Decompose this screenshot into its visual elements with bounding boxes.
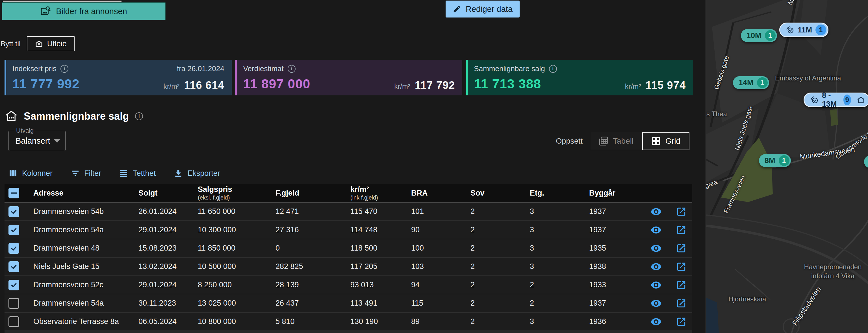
open-in-new-button[interactable] [676,280,687,290]
images-from-ad-label: Bilder fra annonsen [56,7,127,16]
row-checkbox[interactable] [8,206,19,217]
row-checkbox[interactable] [8,280,19,290]
filter-button[interactable]: Filter [71,169,101,178]
cell-fgjeld: 12 471 [275,207,350,216]
comparable-sales-unit: kr/m² [625,82,641,91]
table-header-row: Adresse Solgt Salgspris (eksl. f.gjeld) … [4,184,692,203]
view-eye-button[interactable] [650,279,662,291]
view-eye-button[interactable] [650,316,662,327]
columns-button[interactable]: Kolonner [8,169,53,178]
images-from-ad-button[interactable]: Bilder fra annonsen [2,2,165,20]
cell-krm2: 115 470 [350,207,410,216]
card-indexed-price: Indeksert pris i fra 26.01.2024 11 777 9… [4,60,232,95]
open-in-new-button[interactable] [676,225,687,235]
cell-adresse: Drammensveien 54b [33,207,138,216]
table-row[interactable]: Observatorie Terrasse 8a 06.05.2024 10 8… [4,313,692,331]
open-in-new-button[interactable] [676,317,687,327]
content-panel: Bilder fra annonsen Rediger data Bytt ti… [0,0,706,333]
cell-etg: 3 [529,226,589,234]
map-canvas [706,0,868,333]
cell-krm2: 93 013 [350,280,410,289]
cell-salgspris: 10 300 000 [197,226,275,234]
layout-grid-button[interactable]: Grid [642,132,689,150]
cell-krm2: 117 205 [350,262,410,271]
header-fgjeld: F.gjeld [275,189,350,198]
table-toolbar: Kolonner Filter Tetthet [8,169,220,178]
export-button[interactable]: Eksporter [174,169,220,178]
open-in-new-button[interactable] [676,243,687,254]
marker-count-badge: 9 [843,95,851,105]
map-marker-11m[interactable]: 11M 1 [779,23,829,37]
row-checkbox[interactable] [8,261,19,272]
open-in-new-button[interactable] [676,298,687,309]
open-in-new-button[interactable] [676,206,687,217]
edit-data-button[interactable]: Rediger data [445,1,520,18]
view-eye-button[interactable] [650,298,662,309]
cell-bra: 94 [410,280,470,289]
open-in-new-button[interactable] [676,261,687,272]
info-icon[interactable]: i [135,112,143,120]
info-icon[interactable]: i [549,65,557,73]
cell-bra: 103 [410,262,470,271]
columns-icon [8,169,18,178]
value-estimate-title: Verdiestimat [243,64,284,73]
cell-fgjeld: 27 316 [275,226,350,234]
header-krm2: kr/m² (ink f.gjeld) [350,185,410,201]
cell-krm2: 130 190 [350,317,410,326]
cell-salgspris: 10 800 000 [197,317,275,326]
table-row[interactable]: Drammensveien 54b 26.01.2024 11 650 000 … [4,203,692,221]
map-marker-14m[interactable]: 14M 1 [733,76,769,89]
marker-count-badge: 1 [779,155,789,166]
cell-sov: 2 [470,244,529,253]
edit-data-label: Rediger data [466,4,513,14]
cell-sov: 2 [470,299,529,308]
rental-switch-button[interactable]: Utleie [27,36,74,52]
cell-fgjeld: 26 437 [275,299,350,308]
info-icon[interactable]: i [60,65,68,73]
view-eye-button[interactable] [650,206,662,217]
view-eye-button[interactable] [650,261,662,272]
download-icon [174,169,183,178]
filter-icon [71,169,80,178]
select-all-checkbox[interactable] [8,188,19,198]
comparable-sales-table: Adresse Solgt Salgspris (eksl. f.gjeld) … [4,184,692,333]
header-adresse: Adresse [33,189,138,198]
header-salgspris: Salgspris (eksl. f.gjeld) [197,185,275,201]
row-checkbox[interactable] [8,317,19,327]
table-row[interactable]: Drammensveien 52c 29.01.2024 8 250 000 2… [4,276,692,294]
map-marker-8-13m[interactable]: 8 - 13M 9 [804,93,868,107]
layout-tabell-button[interactable]: Tabell [590,132,642,150]
row-checkbox[interactable] [8,225,19,235]
cell-etg: 3 [529,317,589,326]
house-icon [857,96,865,104]
value-estimate-unit: kr/m² [394,82,410,91]
value-estimate-value: 11 897 000 [243,76,311,92]
cell-byggar: 1936 [589,317,642,326]
table-row[interactable]: Niels Juels Gate 15 13.02.2024 10 500 00… [4,258,692,276]
cropped-element-above [3,0,122,2]
table-row[interactable]: Drammensveien 54a 30.11.2023 13 025 000 … [4,294,692,313]
view-eye-button[interactable] [650,224,662,236]
header-byggar: Byggår [589,189,642,198]
info-icon[interactable]: i [288,65,296,73]
cell-byggar: 1937 [589,207,642,216]
cell-solgt: 30.11.2023 [138,299,197,308]
row-checkbox[interactable] [8,243,19,254]
sold-check-icon [810,96,818,104]
cell-adresse: Drammensveien 52c [33,280,138,289]
map-marker-10m[interactable]: 10M 1 [741,29,777,42]
marker-count-badge: 1 [765,30,776,41]
selection-dropdown[interactable]: Utvalg Balansert [8,131,66,151]
density-button[interactable]: Tetthet [119,169,156,178]
columns-label: Kolonner [22,169,53,178]
table-row[interactable]: Drammensveien 54a 29.01.2024 10 300 000 … [4,221,692,239]
map-panel[interactable]: Niels Ju Gabels gate Embassy of Argentin… [706,0,868,333]
cell-salgspris: 11 850 000 [197,244,275,253]
map-marker-8m[interactable]: 8M 1 [759,154,791,167]
row-checkbox[interactable] [8,298,19,309]
density-icon [119,169,128,178]
table-row[interactable]: Drammensveien 48 15.08.2023 11 850 000 0… [4,239,692,258]
section-header: Sammenlignbare salg i [5,110,143,123]
switch-row: Bytt til Utleie [1,36,74,52]
view-eye-button[interactable] [650,243,662,254]
